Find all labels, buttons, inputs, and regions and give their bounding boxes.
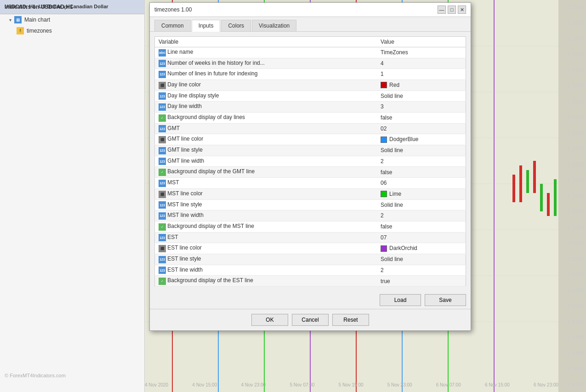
123-icon: 123 xyxy=(159,201,166,209)
save-button[interactable]: Save xyxy=(425,294,466,306)
table-row[interactable]: ⬛ EST line colorDarkOrchid xyxy=(155,243,466,254)
table-row[interactable]: 123 Number of weeks in the history for i… xyxy=(155,58,466,69)
color-swatch xyxy=(381,82,387,88)
table-cell-variable: 123 Day line display style xyxy=(155,91,377,102)
minimize-button[interactable]: — xyxy=(438,6,446,14)
table-row[interactable]: ⬛ GMT line colorDodgerBlue xyxy=(155,134,466,145)
tab-inputs[interactable]: Inputs xyxy=(192,20,221,32)
123-icon: 123 xyxy=(159,71,166,78)
table-row[interactable]: 123 MST line width2 xyxy=(155,210,466,222)
table-cell-variable: 123 GMT line width xyxy=(155,156,377,167)
table-cell-value: TimeZones xyxy=(377,47,466,58)
time-label: 6 Nov 07:00 xyxy=(436,382,461,387)
price-label: 1.30970 xyxy=(560,272,584,277)
time-labels: 4 Nov 2020 4 Nov 15:00 4 Nov 23:00 5 Nov… xyxy=(145,382,558,387)
table-row[interactable]: 123 EST line styleSolid line xyxy=(155,254,466,265)
tab-colors[interactable]: Colors xyxy=(221,20,251,31)
table-cell-value: 2 xyxy=(377,156,466,167)
table-row[interactable]: ✓ Background display of the EST linetrue xyxy=(155,276,466,287)
price-label: 1.30370 xyxy=(560,351,584,356)
svg-rect-23 xyxy=(512,175,515,202)
left-panel: Indicators on USDCAD,H1 ▾ ▦ Main chart f… xyxy=(0,0,145,392)
table-row[interactable]: 123 GMT line width2 xyxy=(155,156,466,167)
price-label: 1.32410 xyxy=(560,83,584,88)
123-icon: 123 xyxy=(159,267,166,274)
tree-item-main-chart[interactable]: ▾ ▦ Main chart xyxy=(0,14,144,25)
price-label: 1.31930 xyxy=(560,146,584,151)
timezones-label: timezones xyxy=(27,28,52,34)
table-row[interactable]: 123 Day line display styleSolid line xyxy=(155,91,466,102)
params-table: Variable Value abc Line nameTimeZones123… xyxy=(154,36,466,287)
table-cell-value: 2 xyxy=(377,265,466,276)
table-row[interactable]: 123 Day line width3 xyxy=(155,102,466,113)
maximize-button[interactable]: □ xyxy=(448,6,456,14)
chart-title: USDCAD, H1: US Dollar vs Canadian Dollar xyxy=(5,4,108,9)
table-cell-value: Solid line xyxy=(377,91,466,102)
table-cell-variable: 123 GMT xyxy=(155,123,377,134)
time-label: 4 Nov 2020 xyxy=(145,382,168,387)
price-label: 1.31450 xyxy=(560,209,584,214)
table-cell-variable: 123 GMT line style xyxy=(155,145,377,156)
table-cell-value: 07 xyxy=(377,232,466,243)
table-cell-variable: ⬛ GMT line color xyxy=(155,134,377,145)
table-cell-variable: 123 EST xyxy=(155,232,377,243)
table-cell-value: 2 xyxy=(377,210,466,222)
table-cell-variable: 123 EST line style xyxy=(155,254,377,265)
table-wrapper[interactable]: Variable Value abc Line nameTimeZones123… xyxy=(154,36,466,287)
tab-bar: Common Inputs Colors Visualization xyxy=(150,17,471,32)
table-row[interactable]: ✓ Background display of the GMT linefals… xyxy=(155,167,466,178)
123-icon: 123 xyxy=(159,125,166,132)
color-type-icon: ⬛ xyxy=(159,191,166,198)
table-row[interactable]: 123 MST06 xyxy=(155,178,466,189)
reset-button[interactable]: Reset xyxy=(332,314,369,326)
bool-icon: ✓ xyxy=(159,169,166,176)
price-label: 1.31690 xyxy=(560,178,584,183)
price-label: 1.30250 xyxy=(560,367,584,372)
table-row[interactable]: 123 GMT line styleSolid line xyxy=(155,145,466,156)
dialog-content: Variable Value abc Line nameTimeZones123… xyxy=(150,32,471,291)
table-row[interactable]: 123 EST line width2 xyxy=(155,265,466,276)
table-row[interactable]: 123 GMT02 xyxy=(155,123,466,134)
cancel-button[interactable]: Cancel xyxy=(292,314,329,326)
table-row[interactable]: ✓ Background display of the MST linefals… xyxy=(155,221,466,232)
table-cell-value: 06 xyxy=(377,178,466,189)
table-cell-variable: ⬛ MST line color xyxy=(155,188,377,199)
tree-item-timezones[interactable]: f timezones xyxy=(0,25,144,36)
close-button[interactable]: ✕ xyxy=(458,6,466,14)
table-cell-value: DodgerBlue xyxy=(377,134,466,145)
table-cell-value: 4 xyxy=(377,58,466,69)
table-row[interactable]: 123 Number of lines in future for indexi… xyxy=(155,69,466,80)
titlebar-buttons: — □ ✕ xyxy=(438,6,466,14)
table-row[interactable]: 123 MST line styleSolid line xyxy=(155,199,466,210)
svg-rect-24 xyxy=(519,165,522,202)
table-row[interactable]: ✓ Background display of day linesfalse xyxy=(155,112,466,123)
table-cell-variable: abc Line name xyxy=(155,47,377,58)
table-row[interactable]: abc Line nameTimeZones xyxy=(155,47,466,58)
table-cell-value: Solid line xyxy=(377,145,466,156)
table-cell-value: Solid line xyxy=(377,254,466,265)
table-cell-value: Red xyxy=(377,80,466,91)
123-icon: 123 xyxy=(159,180,166,187)
load-button[interactable]: Load xyxy=(380,294,421,306)
color-swatch xyxy=(381,191,387,197)
tab-common[interactable]: Common xyxy=(154,20,191,31)
123-icon: 123 xyxy=(159,103,166,111)
tab-visualization[interactable]: Visualization xyxy=(252,20,296,31)
table-cell-value: 1 xyxy=(377,69,466,80)
123-icon: 123 xyxy=(159,158,166,165)
table-row[interactable]: ⬛ Day line colorRed xyxy=(155,80,466,91)
color-type-icon: ⬛ xyxy=(159,82,166,89)
tree-expand-icon: ▾ xyxy=(9,17,11,23)
123-icon: 123 xyxy=(159,60,166,67)
price-label: 1.32770 xyxy=(560,36,584,41)
indicator-icon: f xyxy=(17,27,24,34)
watermark: © ForexMT4Indicators.com xyxy=(5,373,66,378)
table-row[interactable]: 123 EST07 xyxy=(155,232,466,243)
table-row[interactable]: ⬛ MST line colorLime xyxy=(155,188,466,199)
table-cell-value: false xyxy=(377,221,466,232)
time-label: 5 Nov 15:00 xyxy=(339,382,364,387)
bool-icon: ✓ xyxy=(159,114,166,122)
ok-button[interactable]: OK xyxy=(251,314,288,326)
time-label: 6 Nov 15:00 xyxy=(485,382,510,387)
price-label: 1.32290 xyxy=(560,99,584,104)
